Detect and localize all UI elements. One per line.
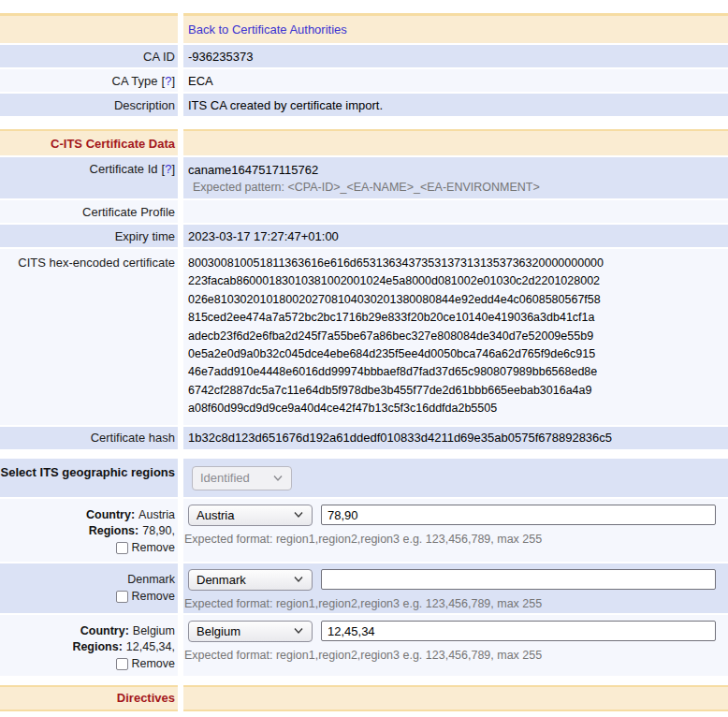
belgium-info: Country:Belgium Regions:12,45,34, Remove <box>0 615 178 676</box>
section-gap <box>0 118 728 129</box>
region-format-hint: Expected format: region1,region2,region3… <box>184 597 542 610</box>
chevron-down-icon <box>293 627 304 635</box>
remove-label: Remove <box>131 589 175 605</box>
remove-checkbox[interactable] <box>116 542 128 554</box>
regions-input[interactable] <box>321 569 716 590</box>
region-format-hint: Expected format: region1,region2,region3… <box>184 649 542 662</box>
remove-label: Remove <box>131 540 175 556</box>
row-ca-type: CA Type [?] ECA <box>0 69 728 92</box>
row-certificate-hash: Certificate hash 1b32c8d123d651676d192a6… <box>0 427 728 449</box>
hex-certificate-label: CITS hex-encoded certificate <box>0 249 178 425</box>
row-certificate-id: Certificate Id [?] caname1647517115762 E… <box>0 157 728 198</box>
certificate-hash-value: 1b32c8d123d651676d192a61ddedf010833d4211… <box>183 427 728 449</box>
certificate-profile-value <box>183 200 728 223</box>
region-type-cell: Identified <box>183 459 728 497</box>
region-type-select[interactable]: Identified <box>192 466 292 490</box>
country-select-value: Denmark <box>197 573 246 587</box>
select-regions-label: Select ITS geographic regions <box>0 459 178 497</box>
belgium-remove: Remove <box>116 656 175 672</box>
certificate-profile-label: Certificate Profile <box>0 200 178 223</box>
cits-section-right <box>183 129 728 155</box>
directives-section-right <box>183 685 728 711</box>
cits-section-title: C-ITS Certificate Data <box>0 129 178 155</box>
expiry-time-label: Expiry time <box>0 225 178 247</box>
ca-type-value: ECA <box>183 69 728 92</box>
chevron-down-icon <box>272 475 284 482</box>
belgium-controls-cell: Belgium Expected format: region1,region2… <box>183 615 728 676</box>
country-select[interactable]: Belgium <box>188 621 313 642</box>
denmark-info: Denmark Remove <box>0 563 178 613</box>
ca-id-label: CA ID <box>0 45 178 67</box>
row-description: Description ITS CA created by certificat… <box>0 94 728 116</box>
ca-type-help: [?] <box>162 74 175 88</box>
regions-input[interactable] <box>321 621 716 641</box>
back-to-certificate-authorities-link[interactable]: Back to Certificate Authorities <box>188 22 347 37</box>
austria-remove: Remove <box>116 540 175 556</box>
expiry-time-value: 2023-03-17 17:27:47+01:00 <box>183 225 728 247</box>
region-type-select-value: Identified <box>200 471 250 485</box>
ca-type-label: CA Type [?] <box>0 69 178 92</box>
country-select[interactable]: Austria <box>188 505 313 526</box>
regions-input[interactable] <box>321 505 716 525</box>
denmark-remove: Remove <box>116 589 175 605</box>
region-format-hint: Expected format: region1,region2,region3… <box>184 533 542 546</box>
certificate-id-help: [?] <box>162 162 175 176</box>
row-expiry-time: Expiry time 2023-03-17 17:27:47+01:00 <box>0 225 728 247</box>
row-directives-section: Directives <box>0 685 728 711</box>
section-gap <box>0 451 728 459</box>
row-hex-certificate: CITS hex-encoded certificate 80030081005… <box>0 249 728 425</box>
directives-section-title: Directives <box>0 685 178 711</box>
section-gap <box>0 678 728 685</box>
row-certificate-profile: Certificate Profile <box>0 200 728 223</box>
country-select[interactable]: Denmark <box>188 569 313 591</box>
hex-certificate-cell: 800300810051811363616e616d65313634373531… <box>183 249 728 425</box>
certificate-id-label: Certificate Id [?] <box>0 157 178 198</box>
austria-controls-cell: Austria Expected format: region1,region2… <box>183 499 728 562</box>
row-region-denmark: Denmark Remove Denmark Expected format: … <box>0 563 728 613</box>
chevron-down-icon <box>293 511 304 519</box>
description-label: Description <box>0 94 178 116</box>
row-region-belgium: Country:Belgium Regions:12,45,34, Remove… <box>0 615 728 676</box>
header-row-left <box>0 13 178 43</box>
austria-info: Country:Austria Regions:78,90, Remove <box>0 499 178 562</box>
row-cits-section: C-ITS Certificate Data <box>0 129 728 155</box>
certificate-hash-label: Certificate hash <box>0 427 178 449</box>
remove-checkbox[interactable] <box>116 658 128 670</box>
row-ca-id: CA ID -936235373 <box>0 45 728 67</box>
description-value: ITS CA created by certificate import. <box>183 94 728 116</box>
ca-id-value: -936235373 <box>183 45 728 67</box>
denmark-controls-cell: Denmark Expected format: region1,region2… <box>183 563 728 613</box>
row-region-type: Select ITS geographic regions Identified <box>0 459 728 497</box>
remove-checkbox[interactable] <box>116 591 128 603</box>
certificate-id-value: caname1647517115762 <box>188 163 318 177</box>
chevron-down-icon <box>293 576 304 583</box>
certificate-id-cell: caname1647517115762 Expected pattern: <C… <box>183 157 728 198</box>
certificate-id-pattern-hint: Expected pattern: <CPA-ID>_<EA-NAME>_<EA… <box>193 181 540 194</box>
country-select-value: Austria <box>197 508 234 522</box>
ca-edit-page: Back to Certificate Authorities CA ID -9… <box>0 0 728 711</box>
country-select-value: Belgium <box>197 624 240 638</box>
remove-label: Remove <box>131 656 175 672</box>
header-row: Back to Certificate Authorities <box>0 13 728 43</box>
header-row-right: Back to Certificate Authorities <box>183 13 728 43</box>
row-region-austria: Country:Austria Regions:78,90, Remove Au… <box>0 499 728 562</box>
hex-certificate-value: 800300810051811363616e616d65313634373531… <box>188 249 604 425</box>
